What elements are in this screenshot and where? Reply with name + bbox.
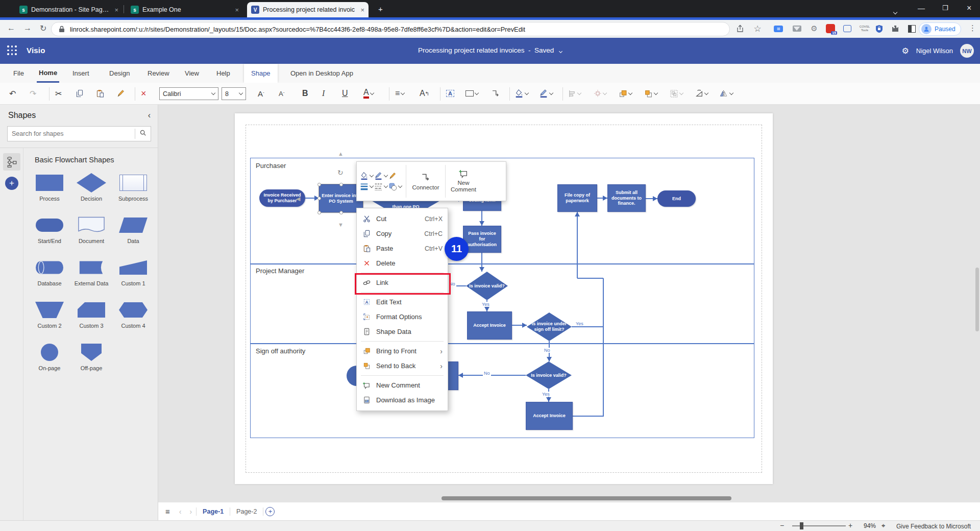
- new-tab-button[interactable]: +: [378, 5, 383, 13]
- mini-connector-button[interactable]: Connector: [407, 162, 444, 201]
- flow-connector[interactable]: [577, 212, 578, 278]
- drawing-canvas[interactable]: Purchaser Project Manager Sign off autho…: [158, 105, 980, 502]
- mini-change-shape-button[interactable]: [388, 182, 402, 191]
- stencil-shape-external[interactable]: External Data: [70, 257, 112, 286]
- ribbon-tab-shape[interactable]: Shape: [244, 64, 278, 83]
- stencil-shape-offpage[interactable]: Off-page: [70, 342, 112, 371]
- shape-search-box[interactable]: [7, 126, 151, 141]
- open-in-desktop-button[interactable]: Open in Desktop App: [288, 64, 355, 83]
- flow-node-accept1[interactable]: Accept Invoice: [467, 311, 512, 340]
- lane-divider[interactable]: [251, 343, 754, 344]
- text-direction-icon[interactable]: A↰: [420, 87, 429, 100]
- browser-tab[interactable]: sExample One×: [127, 2, 243, 17]
- browser-tab[interactable]: VProcessing project related invoic×: [247, 2, 369, 17]
- menu-item-send-to-back[interactable]: Send to Back›: [357, 358, 448, 373]
- mini-fill-color-button[interactable]: [360, 172, 373, 180]
- flow-connector[interactable]: [572, 326, 603, 327]
- edit-text-icon[interactable]: A: [446, 87, 454, 100]
- stencil-shape-subprocess[interactable]: Subprocess: [112, 173, 154, 202]
- ribbon-tab-insert[interactable]: Insert: [70, 64, 91, 83]
- tab-close-icon[interactable]: ×: [235, 6, 239, 14]
- flow-node-file-copy[interactable]: File copy of paperwork: [557, 184, 597, 212]
- flow-connector[interactable]: [603, 278, 604, 417]
- italic-icon[interactable]: I: [322, 87, 325, 100]
- mini-format-painter-button[interactable]: [388, 172, 402, 180]
- underline-icon[interactable]: U: [342, 87, 348, 100]
- format-painter-icon[interactable]: [116, 87, 125, 100]
- flow-node-end[interactable]: End: [657, 190, 696, 207]
- menu-item-paste[interactable]: PasteCtrl+V: [357, 241, 448, 256]
- menu-item-new-comment[interactable]: New Comment: [357, 378, 448, 393]
- extension-note-icon[interactable]: [842, 23, 852, 34]
- send-backward-icon[interactable]: [644, 87, 657, 100]
- ribbon-tab-file[interactable]: File: [11, 64, 26, 83]
- vertical-scrollbar[interactable]: [975, 268, 979, 331]
- font-size-select[interactable]: 8: [222, 87, 246, 100]
- add-page-button[interactable]: +: [265, 507, 275, 516]
- page-tab-1[interactable]: Page-1: [203, 508, 224, 515]
- stencil-shape-database[interactable]: Database: [29, 257, 70, 286]
- prev-page-icon[interactable]: ‹: [179, 508, 182, 516]
- extension-badge-icon[interactable]: 15: [825, 23, 836, 34]
- mini-dash-style-button[interactable]: [374, 182, 387, 191]
- title-chevron-icon[interactable]: [559, 50, 562, 53]
- stencil-shape-custom3[interactable]: Custom 3: [70, 300, 112, 329]
- mini-line-color-button[interactable]: [374, 172, 387, 180]
- shrink-font-icon[interactable]: Aˇ: [279, 87, 284, 100]
- menu-item-format-options[interactable]: Format Options: [357, 309, 448, 324]
- autoconnect-up-icon[interactable]: ▲: [338, 151, 344, 157]
- window-close-button[interactable]: ×: [967, 4, 971, 13]
- extension-shield-icon[interactable]: [874, 23, 884, 34]
- stencil-shape-custom2[interactable]: Custom 2: [29, 300, 70, 329]
- url-field[interactable]: linrock.sharepoint.com/:u:/r/sites/Demon…: [51, 22, 730, 36]
- document-title[interactable]: Processing project related invoices - Sa…: [0, 46, 980, 54]
- lane-label-purchaser[interactable]: Purchaser: [256, 162, 286, 170]
- stencil-flowchart-button[interactable]: [3, 153, 20, 171]
- rotate-handle-icon[interactable]: ↻: [337, 168, 344, 177]
- bookmark-star-icon[interactable]: ☆: [752, 23, 763, 34]
- window-maximize-button[interactable]: ❒: [942, 4, 948, 12]
- paste-icon[interactable]: [96, 87, 104, 100]
- menu-item-copy[interactable]: CopyCtrl+C: [357, 226, 448, 241]
- ribbon-tab-help[interactable]: Help: [214, 64, 232, 83]
- user-avatar[interactable]: NW: [960, 44, 974, 58]
- search-icon[interactable]: [135, 129, 151, 138]
- selection-handle[interactable]: [339, 211, 343, 214]
- bring-forward-icon[interactable]: [619, 87, 632, 100]
- zoom-in-button[interactable]: +: [848, 521, 852, 529]
- extension-gear-icon[interactable]: ⚙: [809, 23, 819, 34]
- horizontal-scrollbar[interactable]: [442, 496, 731, 500]
- zoom-slider-handle[interactable]: [800, 522, 803, 529]
- dark-mode-extension-icon[interactable]: [906, 23, 917, 34]
- shape-search-input[interactable]: [8, 130, 135, 137]
- next-page-icon[interactable]: ›: [189, 508, 192, 516]
- ribbon-tab-home[interactable]: Home: [37, 64, 59, 83]
- flow-connector[interactable]: [577, 278, 603, 279]
- stencil-shape-document[interactable]: Document: [70, 215, 112, 244]
- mini-line-weight-button[interactable]: [360, 182, 373, 191]
- window-minimize-button[interactable]: —: [918, 4, 925, 12]
- redo-icon[interactable]: ↷: [30, 87, 36, 100]
- autoconnect-down-icon[interactable]: ▼: [338, 222, 344, 228]
- collapse-panel-icon[interactable]: ‹: [148, 111, 151, 120]
- align-shapes-icon[interactable]: [568, 87, 581, 100]
- flow-node-submit-fin[interactable]: Submit all documents to finance.: [607, 184, 646, 212]
- selection-handle[interactable]: [317, 211, 321, 214]
- lane-label-project-manager[interactable]: Project Manager: [256, 267, 304, 275]
- page-tab-2[interactable]: Page-2: [236, 508, 257, 515]
- menu-item-cut[interactable]: CutCtrl+X: [357, 211, 448, 226]
- cut-icon[interactable]: ✂: [55, 87, 62, 100]
- stencil-shape-custom1[interactable]: Custom 1: [112, 257, 154, 286]
- ribbon-tab-review[interactable]: Review: [145, 64, 172, 83]
- menu-item-delete[interactable]: Delete: [357, 256, 448, 271]
- back-icon[interactable]: ←: [7, 23, 15, 33]
- flip-icon[interactable]: [720, 87, 733, 100]
- feedback-link[interactable]: Give Feedback to Microsoft: [896, 523, 971, 530]
- menu-item-edit-text[interactable]: AEdit Text: [357, 295, 448, 309]
- stencil-shape-process[interactable]: Process: [29, 173, 70, 202]
- position-icon[interactable]: [594, 87, 606, 100]
- group-icon[interactable]: [670, 87, 683, 100]
- stencil-shape-custom4[interactable]: Custom 4: [112, 300, 154, 329]
- flow-node-accept2[interactable]: Accept Invoice: [526, 402, 573, 430]
- stencil-shape-data[interactable]: Data: [112, 215, 154, 244]
